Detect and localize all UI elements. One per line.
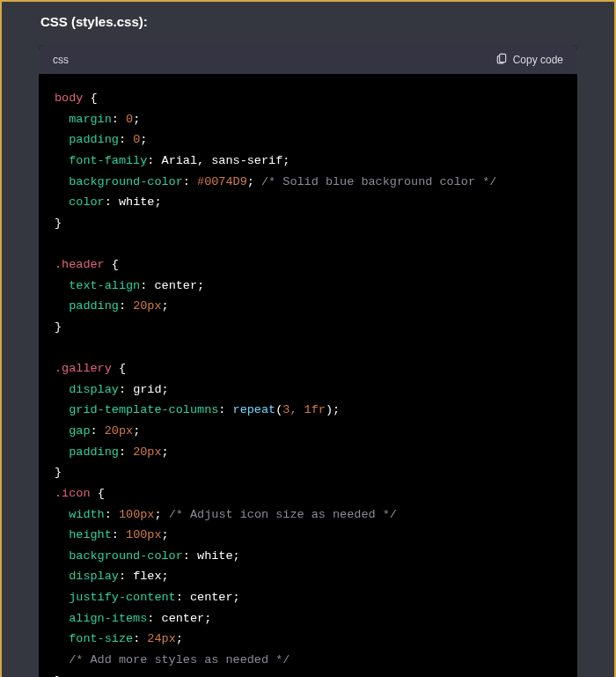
code-header: css Copy code — [39, 45, 577, 74]
code-block: css Copy code body { margin: 0; padding:… — [39, 45, 577, 677]
copy-code-button[interactable]: Copy code — [495, 52, 563, 67]
section-title: CSS (styles.css): — [40, 14, 605, 29]
copy-code-label: Copy code — [513, 54, 563, 66]
code-body: body { margin: 0; padding: 0; font-famil… — [39, 74, 577, 677]
code-lang-label: css — [53, 54, 69, 66]
clipboard-icon — [495, 52, 508, 67]
svg-rect-0 — [499, 54, 505, 62]
